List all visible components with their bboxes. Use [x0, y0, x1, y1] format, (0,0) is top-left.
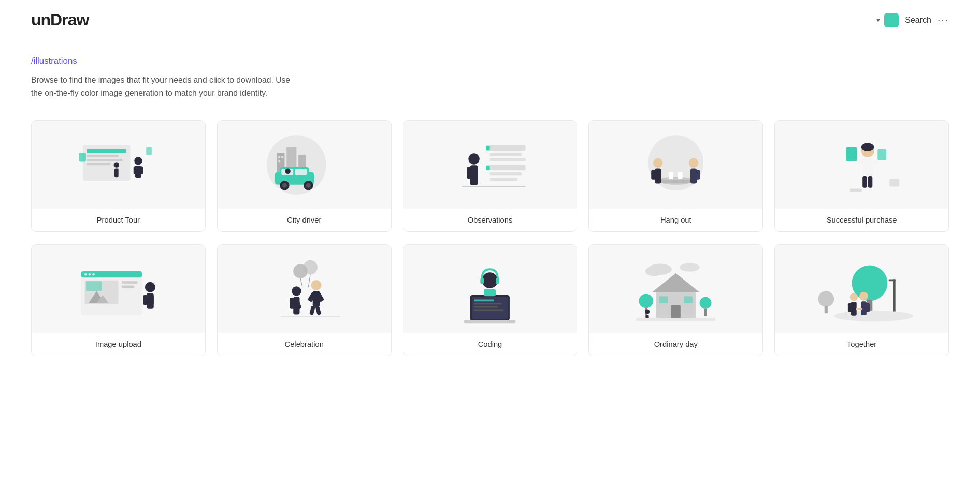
svg-point-13: [267, 135, 326, 195]
svg-rect-33: [490, 172, 522, 175]
illustrations-grid-row1: Product Tour: [31, 120, 949, 232]
svg-rect-59: [846, 147, 857, 161]
illustration-img-coding: [403, 245, 577, 333]
svg-point-37: [469, 153, 480, 164]
svg-rect-98: [474, 309, 503, 311]
svg-point-65: [84, 273, 87, 276]
svg-point-67: [92, 273, 95, 276]
illustrations-grid-row2: Image upload: [31, 244, 949, 356]
illustration-card-ordinary-day[interactable]: Ordinary day: [588, 244, 763, 356]
svg-point-106: [680, 263, 699, 272]
svg-rect-118: [636, 318, 715, 321]
svg-point-105: [645, 267, 663, 276]
svg-point-28: [285, 168, 291, 174]
svg-rect-101: [481, 278, 484, 284]
svg-rect-124: [889, 279, 896, 281]
svg-point-125: [834, 310, 913, 321]
color-picker-dropdown[interactable]: ▼: [875, 13, 899, 27]
svg-point-11: [113, 162, 119, 168]
svg-point-5: [134, 157, 142, 165]
svg-rect-132: [856, 308, 862, 310]
svg-point-25: [282, 183, 286, 187]
svg-point-82: [292, 286, 301, 296]
svg-point-66: [88, 273, 91, 276]
svg-point-79: [303, 260, 318, 274]
illustration-img-celebration: [218, 245, 391, 333]
svg-rect-3: [87, 159, 122, 161]
svg-point-53: [861, 143, 874, 151]
svg-rect-122: [825, 306, 828, 313]
svg-rect-17: [278, 156, 280, 158]
logo: unDraw: [31, 10, 89, 30]
svg-point-74: [145, 282, 155, 292]
svg-rect-128: [848, 303, 852, 312]
svg-point-27: [306, 183, 310, 187]
svg-rect-18: [281, 156, 283, 158]
svg-rect-45: [678, 172, 683, 179]
illustration-card-together[interactable]: Together: [774, 244, 949, 356]
svg-rect-34: [490, 178, 518, 181]
svg-rect-30: [490, 153, 522, 156]
illustration-card-product-tour[interactable]: Product Tour: [31, 120, 206, 232]
svg-point-100: [482, 272, 498, 288]
illustration-label: Together: [775, 333, 948, 356]
dropdown-arrow-icon: ▼: [875, 17, 881, 24]
svg-rect-110: [659, 296, 668, 303]
svg-rect-4: [87, 163, 110, 165]
svg-rect-109: [671, 305, 681, 319]
header-right: ▼ Search ···: [875, 13, 949, 27]
illustration-card-city-driver[interactable]: City driver: [217, 120, 392, 232]
search-button[interactable]: Search: [905, 16, 931, 25]
svg-rect-19: [278, 160, 280, 162]
svg-point-116: [645, 309, 650, 314]
page-content: /illustrations Browse to find the images…: [0, 40, 980, 389]
illustration-label: Successful purchase: [775, 209, 948, 231]
svg-point-114: [700, 297, 712, 308]
svg-line-80: [300, 278, 302, 287]
svg-rect-76: [143, 295, 148, 305]
breadcrumb: /illustrations: [31, 56, 949, 66]
svg-point-126: [850, 293, 858, 301]
svg-rect-57: [856, 159, 863, 164]
illustration-img-city-driver: [218, 121, 391, 209]
illustration-card-celebration[interactable]: Celebration: [217, 244, 392, 356]
svg-rect-115: [704, 308, 707, 316]
illustration-img-observations: [403, 121, 577, 209]
illustration-card-observations[interactable]: Observations: [403, 120, 578, 232]
svg-rect-91: [315, 305, 321, 315]
svg-point-112: [639, 293, 654, 308]
illustration-img-image-upload: [32, 245, 205, 333]
svg-rect-31: [490, 158, 526, 161]
illustration-img-product-tour: [32, 121, 205, 209]
illustration-card-image-upload[interactable]: Image upload: [31, 244, 206, 356]
illustration-img-ordinary-day: [589, 245, 762, 333]
illustration-card-hang-out[interactable]: Hang out: [588, 120, 763, 232]
svg-rect-43: [658, 180, 694, 183]
svg-point-49: [689, 158, 698, 167]
svg-rect-61: [850, 188, 862, 192]
svg-rect-99: [464, 320, 515, 323]
color-swatch[interactable]: [884, 13, 899, 27]
svg-rect-103: [484, 289, 496, 296]
svg-rect-69: [86, 281, 102, 291]
svg-rect-9: [79, 153, 86, 161]
more-options-button[interactable]: ···: [938, 14, 949, 26]
illustration-card-coding[interactable]: Coding: [403, 244, 578, 356]
svg-rect-39: [467, 167, 472, 179]
svg-rect-54: [862, 158, 873, 178]
svg-rect-48: [651, 170, 656, 179]
illustration-label: Celebration: [218, 333, 391, 356]
svg-point-46: [653, 158, 662, 167]
illustration-img-successful-purchase: [775, 121, 948, 209]
illustration-card-successful-purchase[interactable]: Successful purchase: [774, 120, 949, 232]
svg-rect-60: [877, 149, 886, 160]
svg-rect-1: [87, 149, 126, 153]
svg-rect-10: [146, 147, 152, 155]
svg-rect-62: [889, 179, 899, 186]
svg-rect-29: [486, 145, 526, 151]
svg-rect-32: [486, 165, 526, 170]
svg-rect-123: [893, 279, 896, 313]
illustration-label: Hang out: [589, 209, 762, 231]
svg-rect-55: [862, 176, 867, 188]
svg-rect-96: [474, 303, 502, 304]
